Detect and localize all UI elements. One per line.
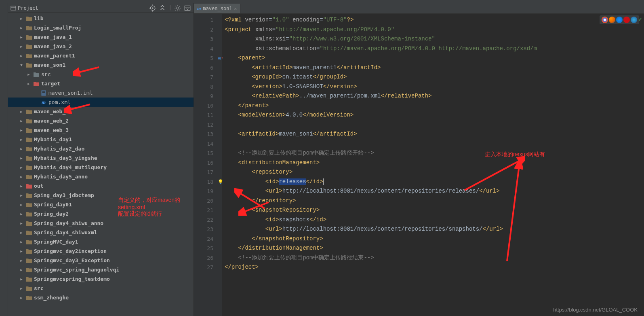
tree-arrow-icon[interactable]: ▶ [19, 127, 24, 133]
tree-arrow-icon[interactable]: ▶ [26, 72, 32, 77]
tree-arrow-icon[interactable]: ▶ [19, 221, 24, 226]
tree-arrow-icon[interactable]: ▶ [19, 295, 24, 301]
top-toolbar-strip [0, 0, 644, 3]
tree-arrow-icon[interactable]: ▶ [19, 137, 24, 142]
tree-item[interactable]: ▶Springmvc_spring_hanguolvqi [8, 265, 194, 274]
tree-item[interactable]: ▶maven_web_2 [8, 116, 194, 125]
tree-arrow-icon[interactable]: ▶ [19, 276, 24, 282]
ie-icon[interactable] [631, 17, 637, 23]
tree-arrow-icon[interactable]: ▶ [19, 34, 24, 40]
tree-arrow-icon[interactable]: ▶ [19, 174, 24, 180]
folder-icon [26, 127, 32, 133]
tree-item[interactable]: ▶maven_web_3 [8, 125, 194, 135]
tree-arrow-icon[interactable] [33, 90, 39, 96]
tree-arrow-icon[interactable]: ▶ [19, 267, 24, 273]
tree-item[interactable]: ▼maven_son1 [8, 60, 194, 70]
tree-arrow-icon[interactable]: ▼ [19, 62, 24, 68]
tree-item[interactable]: ▶lib [8, 14, 194, 23]
tree-arrow-icon[interactable]: ▶ [19, 53, 24, 59]
tree-item-label: Sping_day3_jdbctemp [34, 192, 94, 198]
tree-item-label: src [41, 71, 51, 77]
opera-icon[interactable] [623, 17, 630, 23]
hide-panel-icon[interactable] [184, 4, 191, 12]
tree-item[interactable]: ▶maven_java_1 [8, 32, 194, 42]
tree-arrow-icon[interactable]: ▶ [26, 81, 32, 87]
tree-arrow-icon[interactable]: ▶ [19, 146, 24, 152]
tree-item[interactable]: ▶Login_smallProj [8, 23, 194, 32]
folder-icon [33, 72, 40, 77]
tree-item[interactable]: ▶Spring_day4_shiwuxml [8, 228, 194, 237]
tree-item[interactable]: ▶Spring_day4_shiwu_anno [8, 218, 194, 228]
svg-rect-12 [42, 91, 45, 91]
tree-item[interactable]: ▶Spring_day2 [8, 209, 194, 218]
locate-icon[interactable] [149, 4, 156, 12]
tree-item[interactable]: ▶Mybatis_day3_yingshe [8, 153, 194, 163]
folder-icon [26, 34, 32, 40]
tree-item[interactable]: ▶maven_java_2 [8, 42, 194, 51]
tree-arrow-icon[interactable]: ▶ [19, 202, 24, 208]
tree-item-label: lib [34, 15, 43, 21]
tree-item[interactable]: ▶SpringMVC_day1 [8, 237, 194, 246]
tree-arrow-icon[interactable]: ▶ [19, 258, 24, 263]
collapse-all-icon[interactable] [159, 4, 166, 12]
tree-item-label: Springmvc_spring_hanguolvqi [34, 267, 119, 273]
code-editor[interactable]: <?xml version="1.0" encoding="UTF-8"?><p… [222, 14, 644, 316]
svg-rect-11 [41, 90, 46, 96]
editor-body: ✔ 12345678910111213141516171819202122232… [194, 14, 644, 316]
tree-item-label: maven_web_1 [34, 108, 69, 115]
tree-arrow-icon[interactable]: ▶ [19, 109, 24, 115]
tree-item-label: src [34, 285, 43, 291]
tree-arrow-icon[interactable]: ▶ [19, 193, 24, 198]
tree-item[interactable]: ▶Springmvc_day3_Exception [8, 256, 194, 265]
safari-icon[interactable] [616, 17, 623, 23]
tree-arrow-icon[interactable]: ▶ [19, 155, 24, 161]
settings-icon[interactable] [174, 4, 181, 12]
tree-arrow-icon[interactable]: ▶ [19, 16, 24, 21]
tree-arrow-icon[interactable]: ▶ [19, 183, 24, 189]
tree-item[interactable]: ▶Mybatis_day2_dao [8, 144, 194, 153]
tree-item[interactable]: ▶Sping_day3_jdbctemp [8, 191, 194, 200]
tree-item[interactable]: maven_son1.iml [8, 88, 194, 98]
tree-item[interactable]: ▶src [8, 70, 194, 79]
project-tree[interactable]: ▶lib▶Login_smallProj▶maven_java_1▶maven_… [8, 13, 194, 316]
tree-item[interactable]: ▶Spring_day01 [8, 200, 194, 209]
editor-tab-maven-son1[interactable]: m maven_son1 ✕ [194, 4, 240, 13]
tree-item-label: Mybatis_day5_anno [34, 174, 88, 180]
folder-icon [26, 137, 32, 142]
project-panel-title: Project [18, 5, 38, 11]
main-layout: Project | ▶lib▶Login_smallProj▶maven_jav… [0, 3, 644, 316]
tree-arrow-icon[interactable] [33, 100, 39, 105]
tree-item[interactable]: ▶Mybatis_day4_mutilquery [8, 163, 194, 172]
tree-arrow-icon[interactable]: ▶ [19, 118, 24, 124]
tree-arrow-icon[interactable]: ▶ [19, 165, 24, 170]
close-icon[interactable]: ✕ [234, 6, 237, 11]
chrome-icon[interactable] [602, 17, 608, 23]
tree-item[interactable]: ▶maven_web_1 [8, 107, 194, 116]
tree-item[interactable]: ▶ssm_zhenghe [8, 293, 194, 302]
tree-item[interactable]: ▶maven_parent1 [8, 51, 194, 60]
tree-item[interactable]: ▶Mybatis_day5_anno [8, 172, 194, 181]
firefox-icon[interactable] [609, 17, 615, 23]
tree-arrow-icon[interactable]: ▶ [19, 25, 24, 31]
tree-item[interactable]: ▶out [8, 181, 194, 191]
iml-file-icon [40, 90, 47, 96]
folder-icon [33, 81, 40, 87]
folder-icon [26, 193, 32, 198]
tree-arrow-icon[interactable]: ▶ [19, 44, 24, 49]
tree-arrow-icon[interactable]: ▶ [19, 239, 24, 245]
tree-arrow-icon[interactable]: ▶ [19, 230, 24, 235]
tree-arrow-icon[interactable]: ▶ [19, 286, 24, 291]
tree-item[interactable]: ▶Mybatis_day1 [8, 135, 194, 144]
tree-item-label: maven_son1 [34, 62, 65, 68]
svg-point-3 [152, 7, 153, 8]
tree-arrow-icon[interactable]: ▶ [19, 248, 24, 254]
tree-item[interactable]: ▶Springmvc_day2inception [8, 246, 194, 256]
folder-icon [26, 62, 32, 68]
tree-item[interactable]: mpom.xml [8, 98, 194, 107]
tree-item[interactable]: ▶src [8, 284, 194, 293]
watermark: https://blog.csdn.net/GLOAL_COOK [553, 307, 638, 313]
tree-arrow-icon[interactable]: ▶ [19, 211, 24, 217]
tree-item[interactable]: ▶Springmvcspring_testdemo [8, 274, 194, 284]
tree-item[interactable]: ▶target [8, 79, 194, 88]
tree-item-label: Mybatis_day1 [34, 136, 72, 142]
